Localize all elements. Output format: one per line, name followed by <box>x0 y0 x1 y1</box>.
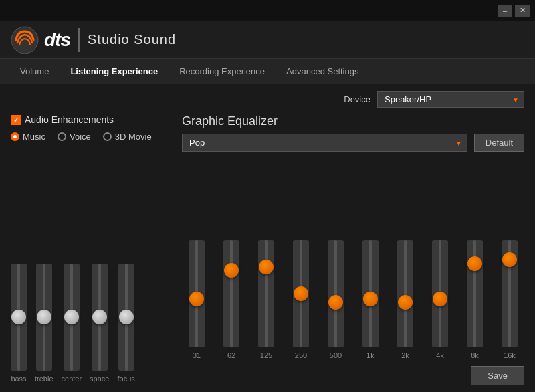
eq-slider-16k-col: 16k <box>495 240 524 359</box>
titlebar: – ✕ <box>0 0 535 21</box>
dts-icon <box>11 26 39 54</box>
eq-label-62: 62 <box>227 351 235 359</box>
slider-bass-label: bass <box>11 375 26 383</box>
eq-thumb-1k[interactable] <box>363 292 378 306</box>
eq-thumb-250[interactable] <box>294 286 308 301</box>
eq-slider-125-track[interactable] <box>258 240 274 347</box>
eq-thumb-4k[interactable] <box>433 292 447 306</box>
eq-thumb-2k[interactable] <box>398 295 413 310</box>
dts-text-logo: dts <box>44 29 70 51</box>
eq-slider-250-col: 250 <box>286 240 316 359</box>
slider-center-label: center <box>62 375 82 383</box>
device-select[interactable]: Speaker/HP Headphones External Speakers <box>377 91 524 108</box>
eq-label-250: 250 <box>295 351 307 359</box>
eq-title: Graphic Equalizer <box>182 114 524 128</box>
slider-bass-thumb[interactable] <box>11 310 26 324</box>
left-panel: Audio Enhancements Music Voice 3D Movie <box>11 114 171 385</box>
eq-slider-2k-col: 2k <box>391 240 420 359</box>
audio-enhancements-checkbox[interactable] <box>11 115 21 125</box>
preset-select[interactable]: Pop Rock Jazz Classical Custom <box>182 134 467 152</box>
default-button[interactable]: Default <box>474 134 524 152</box>
panels: Audio Enhancements Music Voice 3D Movie <box>11 114 524 385</box>
eq-thumb-62[interactable] <box>224 263 239 278</box>
eq-slider-31-col: 31 <box>182 240 211 359</box>
slider-bass-col: bass <box>11 264 27 383</box>
eq-slider-250-track[interactable] <box>293 240 309 347</box>
slider-center-col: center <box>62 264 82 383</box>
eq-thumb-125[interactable] <box>259 260 274 274</box>
slider-treble-thumb[interactable] <box>37 310 51 324</box>
eq-label-8k: 8k <box>471 351 479 359</box>
slider-center-thumb[interactable] <box>64 310 79 324</box>
eq-slider-1k-col: 1k <box>356 240 385 359</box>
eq-track-line-500 <box>334 240 337 347</box>
eq-slider-16k-track[interactable] <box>502 240 518 347</box>
eq-slider-4k-track[interactable] <box>432 240 448 347</box>
slider-focus-label: focus <box>117 375 134 383</box>
slider-treble-label: treble <box>35 375 54 383</box>
eq-slider-4k-col: 4k <box>425 240 455 359</box>
eq-label-1k: 1k <box>366 351 374 359</box>
tab-listening[interactable]: Listening Experience <box>61 62 167 80</box>
device-select-wrapper: Speaker/HP Headphones External Speakers <box>377 91 524 108</box>
eq-sliders-area: 31 62 125 <box>182 159 524 362</box>
slider-space-col: space <box>90 264 109 383</box>
preset-select-wrapper: Pop Rock Jazz Classical Custom <box>182 134 467 152</box>
radio-voice[interactable]: Voice <box>58 132 91 142</box>
eq-slider-500-col: 500 <box>321 240 350 359</box>
eq-slider-31-track[interactable] <box>189 240 205 347</box>
logo-area: dts Studio Sound <box>11 26 176 54</box>
audio-enhancements-row: Audio Enhancements <box>11 114 171 125</box>
minimize-button[interactable]: – <box>498 5 512 17</box>
eq-label-500: 500 <box>330 351 342 359</box>
radio-3dmovie-label: 3D Movie <box>115 132 152 142</box>
eq-slider-125-col: 125 <box>251 240 281 359</box>
eq-slider-2k-track[interactable] <box>397 240 413 347</box>
slider-space-thumb[interactable] <box>92 310 107 324</box>
eq-slider-62-track[interactable] <box>223 240 239 347</box>
eq-thumb-31[interactable] <box>189 292 204 306</box>
bottom-bar: Save <box>182 362 524 385</box>
eq-label-31: 31 <box>193 351 201 359</box>
eq-thumb-8k[interactable] <box>467 256 482 271</box>
tab-advanced[interactable]: Advanced Settings <box>277 62 368 80</box>
save-button[interactable]: Save <box>471 366 524 385</box>
eq-panel: Graphic Equalizer Pop Rock Jazz Classica… <box>182 114 524 385</box>
slider-treble-track[interactable] <box>36 264 52 371</box>
slider-bass-track[interactable] <box>11 264 27 371</box>
device-label: Device <box>344 94 370 104</box>
slider-treble-col: treble <box>35 264 54 383</box>
app-header: dts Studio Sound <box>0 21 535 59</box>
slider-focus-track[interactable] <box>118 264 134 371</box>
slider-space-label: space <box>90 375 109 383</box>
tab-recording[interactable]: Recording Experience <box>170 62 274 80</box>
close-button[interactable]: ✕ <box>515 5 530 17</box>
radio-3dmovie[interactable]: 3D Movie <box>103 132 152 142</box>
eq-slider-1k-track[interactable] <box>362 240 379 347</box>
nav-tabs: Volume Listening Experience Recording Ex… <box>0 59 535 84</box>
mode-radio-group: Music Voice 3D Movie <box>11 132 171 142</box>
tab-volume[interactable]: Volume <box>11 62 58 80</box>
eq-thumb-16k[interactable] <box>502 252 517 267</box>
eq-thumb-500[interactable] <box>328 295 343 310</box>
eq-track-line-2k <box>404 240 407 347</box>
radio-music-circle <box>11 132 19 141</box>
radio-voice-circle <box>58 132 66 141</box>
eq-slider-500-track[interactable] <box>328 240 344 347</box>
radio-music[interactable]: Music <box>11 132 45 142</box>
eq-label-16k: 16k <box>504 351 516 359</box>
device-row: Device Speaker/HP Headphones External Sp… <box>11 91 524 108</box>
main-content: Device Speaker/HP Headphones External Sp… <box>0 84 535 392</box>
studio-sound-label: Studio Sound <box>88 32 176 47</box>
slider-center-track[interactable] <box>64 264 80 371</box>
radio-3dmovie-circle <box>103 132 112 141</box>
eq-track-line-125 <box>265 240 268 347</box>
eq-slider-62-col: 62 <box>217 240 246 359</box>
eq-slider-8k-col: 8k <box>460 240 490 359</box>
slider-space-track[interactable] <box>92 264 108 371</box>
slider-focus-thumb[interactable] <box>119 310 134 324</box>
eq-label-125: 125 <box>260 351 272 359</box>
eq-label-4k: 4k <box>436 351 444 359</box>
eq-label-2k: 2k <box>401 351 409 359</box>
eq-slider-8k-track[interactable] <box>467 240 483 347</box>
